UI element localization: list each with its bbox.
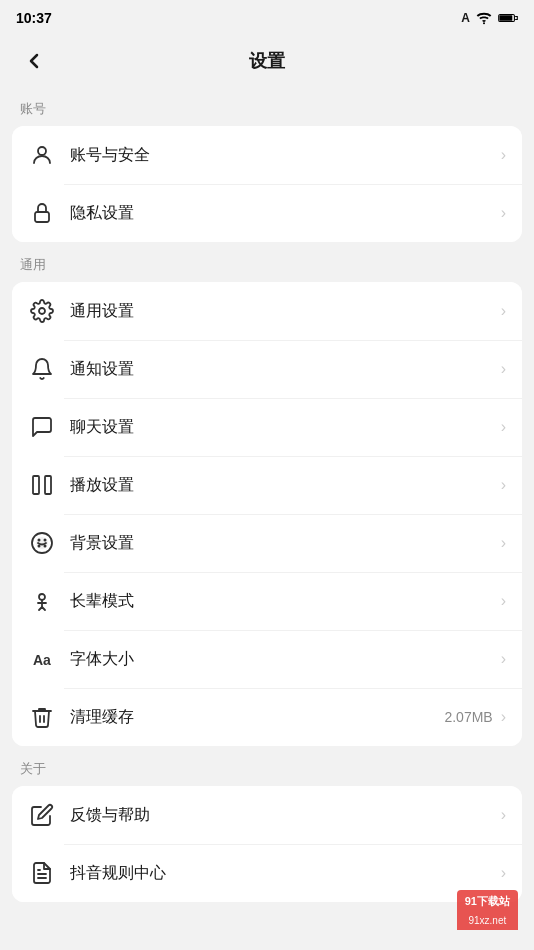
status-icons: A [461,11,518,25]
chat-label: 聊天设置 [70,417,497,438]
trash-icon [28,703,56,731]
font-size-arrow: › [501,650,506,668]
svg-point-15 [39,594,45,600]
svg-rect-6 [33,476,39,494]
rules-arrow: › [501,864,506,882]
notification-item[interactable]: 通知设置 › [12,340,522,398]
font-size-item[interactable]: Aa 字体大小 › [12,630,522,688]
rules-label: 抖音规则中心 [70,863,497,884]
bell-icon [28,355,56,383]
doc-icon [28,859,56,887]
general-settings-label: 通用设置 [70,301,497,322]
account-security-label: 账号与安全 [70,145,497,166]
account-security-item[interactable]: 账号与安全 › [12,126,522,184]
clear-cache-item[interactable]: 清理缓存 2.07MB › [12,688,522,746]
elder-mode-label: 长辈模式 [70,591,497,612]
font-icon: Aa [28,645,56,673]
svg-point-5 [39,308,45,314]
section-label-general: 通用 [0,242,534,282]
chat-item[interactable]: 聊天设置 › [12,398,522,456]
status-time: 10:37 [16,10,52,26]
privacy-label: 隐私设置 [70,203,497,224]
svg-text:Aa: Aa [33,652,51,668]
wifi-icon [476,11,492,25]
playback-item[interactable]: 播放设置 › [12,456,522,514]
top-bar: 设置 [0,36,534,86]
privacy-arrow: › [501,204,506,222]
lock-icon [28,199,56,227]
palette-icon [28,529,56,557]
feedback-item[interactable]: 反馈与帮助 › [12,786,522,844]
section-label-about: 关于 [0,746,534,786]
gear-icon [28,297,56,325]
page-title: 设置 [249,49,285,73]
play-icon [28,471,56,499]
general-settings-arrow: › [501,302,506,320]
notification-arrow: › [501,360,506,378]
svg-rect-7 [45,476,51,494]
chat-icon [28,413,56,441]
svg-rect-4 [35,212,49,222]
feedback-arrow: › [501,806,506,824]
about-card: 反馈与帮助 › 抖音规则中心 › [12,786,522,902]
chat-arrow: › [501,418,506,436]
section-label-account: 账号 [0,86,534,126]
background-item[interactable]: 背景设置 › [12,514,522,572]
person-icon [28,141,56,169]
android-icon: A [461,11,470,25]
rules-item[interactable]: 抖音规则中心 › [12,844,522,902]
elder-icon [28,587,56,615]
font-size-label: 字体大小 [70,649,497,670]
playback-arrow: › [501,476,506,494]
general-settings-item[interactable]: 通用设置 › [12,282,522,340]
clear-cache-arrow: › [501,708,506,726]
account-security-arrow: › [501,146,506,164]
back-button[interactable] [16,43,52,79]
notification-label: 通知设置 [70,359,497,380]
clear-cache-value: 2.07MB [444,709,492,725]
elder-mode-arrow: › [501,592,506,610]
background-label: 背景设置 [70,533,497,554]
battery-icon [498,12,518,24]
elder-mode-item[interactable]: 长辈模式 › [12,572,522,630]
feedback-label: 反馈与帮助 [70,805,497,826]
privacy-item[interactable]: 隐私设置 › [12,184,522,242]
svg-rect-2 [499,15,512,21]
red-arrow-annotation [12,518,22,568]
edit-icon [28,801,56,829]
general-card: 通用设置 › 通知设置 › 聊天设置 › 播放设置 [12,282,522,746]
playback-label: 播放设置 [70,475,497,496]
svg-point-3 [38,147,46,155]
background-arrow: › [501,534,506,552]
account-card: 账号与安全 › 隐私设置 › [12,126,522,242]
svg-point-0 [483,22,485,24]
clear-cache-label: 清理缓存 [70,707,444,728]
status-bar: 10:37 A [0,0,534,36]
svg-point-10 [38,539,41,542]
svg-point-11 [44,539,47,542]
